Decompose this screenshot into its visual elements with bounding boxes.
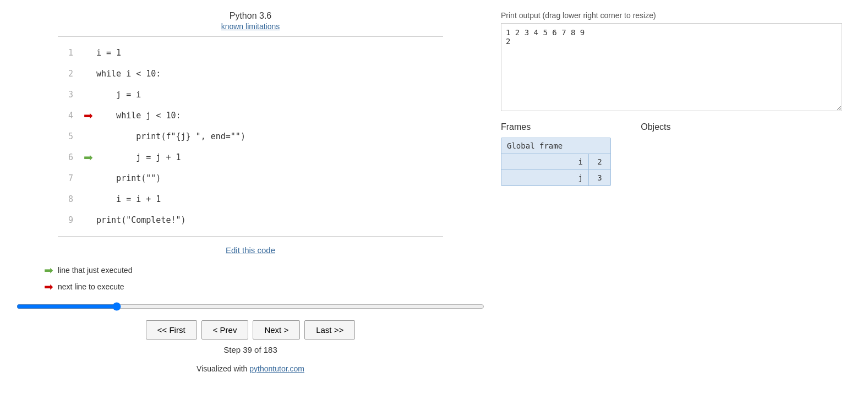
print-output-label: Print output (drag lower right corner to… bbox=[501, 11, 857, 20]
green-legend: ➡ line that just executed bbox=[44, 264, 132, 277]
red-current-arrow-icon: ➡ bbox=[84, 109, 93, 122]
print-output-box[interactable] bbox=[501, 23, 842, 111]
line-number: 6 bbox=[58, 152, 80, 162]
arrow-col: ➡ bbox=[80, 109, 96, 122]
arrow-col: ➡ bbox=[80, 151, 96, 164]
global-frame-title: Global frame bbox=[501, 138, 610, 154]
red-arrow-icon: ➡ bbox=[44, 280, 53, 293]
step-info: Step 39 of 183 bbox=[223, 345, 277, 354]
frame-row-i: i2 bbox=[501, 154, 610, 170]
first-button[interactable]: << First bbox=[146, 320, 197, 340]
frame-var-name: j bbox=[501, 170, 588, 185]
line-number: 4 bbox=[58, 111, 80, 121]
right-panel: Print output (drag lower right corner to… bbox=[490, 11, 857, 394]
prev-button[interactable]: < Prev bbox=[201, 320, 249, 340]
frame-var-value: 3 bbox=[588, 170, 610, 185]
known-limitations-link[interactable]: known limitations bbox=[221, 22, 280, 31]
line-number: 5 bbox=[58, 132, 80, 141]
code-text: j = i bbox=[96, 90, 141, 100]
slider-container bbox=[17, 302, 484, 313]
code-text: i = 1 bbox=[96, 48, 121, 58]
left-panel: Python 3.6 known limitations 1i = 12whil… bbox=[11, 11, 490, 394]
code-text: while i < 10: bbox=[96, 69, 161, 79]
red-legend: ➡ next line to execute bbox=[44, 280, 132, 293]
code-text: print("Complete!") bbox=[96, 215, 186, 225]
visualized-with: Visualized with pythontutor.com bbox=[196, 364, 304, 373]
step-slider[interactable] bbox=[17, 302, 484, 311]
frame-var-value: 2 bbox=[588, 154, 610, 169]
red-legend-label: next line to execute bbox=[58, 282, 124, 291]
green-arrow-icon: ➡ bbox=[44, 264, 53, 277]
code-container: 1i = 12while i < 10:3 j = i4➡ while j < … bbox=[58, 36, 443, 237]
frame-vars: i2j3 bbox=[501, 154, 610, 185]
frame-var-name: i bbox=[501, 154, 588, 169]
code-lines: 1i = 12while i < 10:3 j = i4➡ while j < … bbox=[58, 42, 443, 231]
code-text: i = i + 1 bbox=[96, 194, 161, 204]
frames-header: Frames bbox=[501, 122, 531, 132]
code-line-7: 7 print("") bbox=[58, 168, 443, 189]
last-button[interactable]: Last >> bbox=[304, 320, 355, 340]
nav-buttons: << First < Prev Next > Last >> bbox=[146, 320, 355, 340]
pythontutor-link[interactable]: pythontutor.com bbox=[249, 364, 304, 373]
green-prev-arrow-icon: ➡ bbox=[84, 151, 93, 164]
code-line-4: 4➡ while j < 10: bbox=[58, 105, 443, 126]
next-button[interactable]: Next > bbox=[253, 320, 300, 340]
code-line-8: 8 i = i + 1 bbox=[58, 189, 443, 210]
code-text: print(f"{j} ", end="") bbox=[96, 132, 245, 141]
legend: ➡ line that just executed ➡ next line to… bbox=[44, 264, 132, 293]
objects-header: Objects bbox=[641, 122, 670, 132]
code-line-2: 2while i < 10: bbox=[58, 63, 443, 84]
global-frame: Global frame i2j3 bbox=[501, 138, 611, 186]
code-text: while j < 10: bbox=[96, 111, 181, 121]
code-line-5: 5 print(f"{j} ", end="") bbox=[58, 126, 443, 147]
line-number: 7 bbox=[58, 173, 80, 183]
frames-objects-header: Frames Objects bbox=[501, 122, 857, 132]
frame-row-j: j3 bbox=[501, 170, 610, 185]
known-limitations-link-container: known limitations bbox=[221, 22, 280, 31]
code-line-9: 9print("Complete!") bbox=[58, 210, 443, 231]
line-number: 1 bbox=[58, 48, 80, 58]
edit-link-container: Edit this code bbox=[226, 245, 275, 255]
python-title: Python 3.6 bbox=[230, 11, 272, 21]
code-line-3: 3 j = i bbox=[58, 84, 443, 105]
green-legend-label: line that just executed bbox=[58, 266, 132, 275]
edit-code-link[interactable]: Edit this code bbox=[226, 245, 275, 255]
code-line-6: 6➡ j = j + 1 bbox=[58, 147, 443, 168]
line-number: 9 bbox=[58, 215, 80, 225]
code-text: j = j + 1 bbox=[96, 152, 181, 162]
line-number: 2 bbox=[58, 69, 80, 79]
line-number: 3 bbox=[58, 90, 80, 100]
code-line-1: 1i = 1 bbox=[58, 42, 443, 63]
line-number: 8 bbox=[58, 194, 80, 204]
code-text: print("") bbox=[96, 173, 161, 183]
